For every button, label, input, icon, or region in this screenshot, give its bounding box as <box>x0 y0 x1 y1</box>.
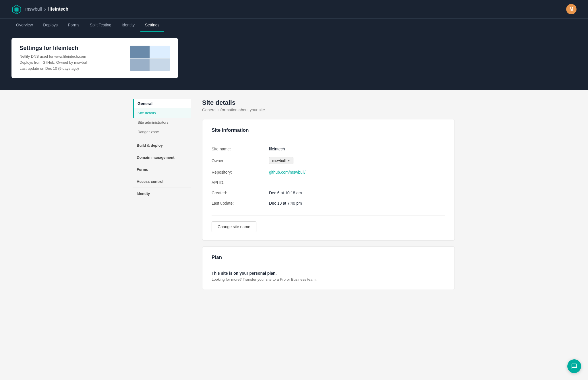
sidebar-divider-5 <box>133 187 191 187</box>
plan-sub-text: Looking for more? Transfer your site to … <box>212 277 445 282</box>
last-update-label: Last update: <box>212 201 269 205</box>
sidebar-group-access: Access control <box>133 177 191 185</box>
api-id-row: API ID: <box>212 177 445 188</box>
breadcrumb: mswbull › lifeintech <box>25 6 68 12</box>
repository-label: Repository: <box>212 170 269 175</box>
nav-overview[interactable]: Overview <box>11 19 37 32</box>
sidebar: General Site details Site administrators… <box>133 99 191 296</box>
sidebar-group-build: Build & deploy <box>133 140 191 149</box>
sidebar-item-site-details[interactable]: Site details <box>133 108 191 118</box>
sidebar-divider-3 <box>133 163 191 163</box>
hero-card: Settings for lifeintech Netlify DNS used… <box>11 38 178 78</box>
nav-deploys[interactable]: Deploys <box>38 19 62 32</box>
breadcrumb-separator: › <box>44 6 46 12</box>
sidebar-divider-2 <box>133 151 191 151</box>
created-row: Created: Dec 6 at 10:18 am <box>212 188 445 198</box>
last-update-value: Dec 10 at 7:40 pm <box>269 201 302 205</box>
main-layout: General Site details Site administrators… <box>122 90 466 305</box>
plan-bold-text: This site is on your personal plan. <box>212 271 445 276</box>
nav-split-testing[interactable]: Split Testing <box>85 19 116 32</box>
site-name-value: lifeintech <box>269 147 285 151</box>
main-content: Site details General information about y… <box>191 99 455 296</box>
repository-value[interactable]: github.com/mswbull/ <box>269 170 305 175</box>
section-sub: General information about your site. <box>202 108 455 112</box>
svg-marker-2 <box>15 8 18 11</box>
hero-section: Settings for lifeintech Netlify DNS used… <box>0 32 588 90</box>
owner-row: Owner: mswbull ▼ <box>212 154 445 167</box>
thumb-cell-3 <box>130 59 150 71</box>
thumb-cell-2 <box>150 46 170 58</box>
sidebar-item-site-admins[interactable]: Site administrators <box>133 118 191 127</box>
nav-settings[interactable]: Settings <box>140 19 164 32</box>
top-nav: mswbull › lifeintech M <box>0 0 588 18</box>
owner-value: mswbull <box>272 158 286 163</box>
section-title: Site details <box>202 99 455 106</box>
site-information-card: Site information Site name: lifeintech O… <box>202 119 455 241</box>
netlify-logo <box>11 4 22 14</box>
sidebar-section-build[interactable]: Build & deploy <box>133 140 191 149</box>
site-name-row: Site name: lifeintech <box>212 144 445 154</box>
btn-row: Change site name <box>212 215 445 232</box>
sidebar-section-access[interactable]: Access control <box>133 177 191 185</box>
nav-identity[interactable]: Identity <box>117 19 139 32</box>
hero-thumbnail <box>130 46 170 71</box>
sidebar-section-identity[interactable]: Identity <box>133 189 191 197</box>
card-site-info-title: Site information <box>212 127 445 138</box>
hero-line2: Deploys from GitHub. Owned by mswbull <box>20 60 88 66</box>
team-name-link[interactable]: mswbull <box>25 7 42 12</box>
sidebar-item-danger-zone[interactable]: Danger zone <box>133 127 191 137</box>
plan-card-title: Plan <box>212 255 445 265</box>
hero-line1: Netlify DNS used for www.lifeintech.com <box>20 54 88 60</box>
sidebar-group-domain: Domain management <box>133 152 191 161</box>
owner-dropdown[interactable]: mswbull ▼ <box>269 157 293 164</box>
api-id-label: API ID: <box>212 180 269 185</box>
thumb-cell-4 <box>150 59 170 71</box>
sidebar-group-general: General Site details Site administrators… <box>133 99 191 137</box>
site-name-label: Site name: <box>212 147 269 151</box>
last-update-row: Last update: Dec 10 at 7:40 pm <box>212 198 445 208</box>
change-site-name-button[interactable]: Change site name <box>212 221 256 232</box>
hero-title: Settings for lifeintech <box>20 45 88 51</box>
chevron-down-icon: ▼ <box>287 159 290 162</box>
sidebar-divider-1 <box>133 139 191 139</box>
sub-nav: Overview Deploys Forms Split Testing Ide… <box>0 18 588 32</box>
thumb-cell-1 <box>130 46 150 58</box>
avatar[interactable]: M <box>566 4 577 14</box>
sidebar-group-identity: Identity <box>133 189 191 197</box>
repository-row: Repository: github.com/mswbull/ <box>212 167 445 177</box>
plan-card: Plan This site is on your personal plan.… <box>202 246 455 290</box>
sidebar-section-domain[interactable]: Domain management <box>133 152 191 161</box>
nav-forms[interactable]: Forms <box>63 19 84 32</box>
sidebar-section-general[interactable]: General <box>133 99 191 108</box>
created-value: Dec 6 at 10:18 am <box>269 191 302 195</box>
site-name: lifeintech <box>48 7 68 12</box>
sidebar-divider-4 <box>133 175 191 175</box>
sidebar-group-forms: Forms <box>133 164 191 173</box>
owner-label: Owner: <box>212 158 269 163</box>
hero-line3: Last update on Dec 10 (9 days ago) <box>20 66 88 72</box>
created-label: Created: <box>212 191 269 195</box>
sidebar-section-forms[interactable]: Forms <box>133 164 191 173</box>
